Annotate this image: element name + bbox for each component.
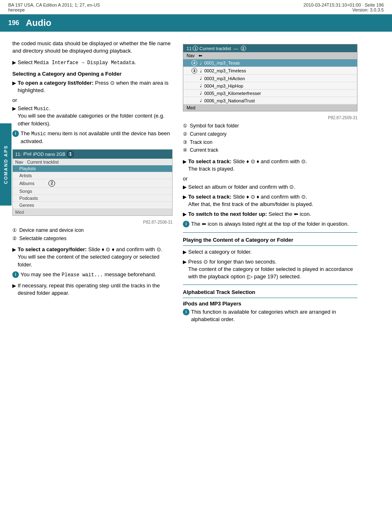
ss2-badge-3: 3 (191, 68, 197, 74)
arrow-icon-2: ▶ (12, 80, 16, 87)
ss1-caption: P82.87-2508-31 (12, 220, 173, 224)
ss2-time: 11: (187, 46, 193, 51)
page-number: 196 (8, 19, 19, 27)
ss2-track-1: 4 ♩ 0001_mp3_Texas (183, 59, 357, 67)
intro-text: the coded music data should be displayed… (12, 40, 173, 55)
ss2-track-6: ♩ 0006_mp3_NationalTrust (183, 97, 357, 104)
info-icon-r2: i (183, 309, 189, 315)
legend-item-r3: ③ Track icon (183, 139, 357, 146)
select-category-text: To select a category/folder: Slide ♦ ⊙ ♦… (18, 246, 173, 268)
section3-sub-heading: iPods and MP3 Players (183, 301, 357, 307)
legend-item-1: ① Device name and device icon (12, 227, 173, 234)
legend-item-r4: ④ Current track (183, 147, 357, 154)
ss2-track-4-label: 0004_mp3_HipHop (204, 83, 243, 88)
ss2-badge-2: 2 (241, 46, 246, 51)
ss2-track-2: 3 ♩ 0002_mp3_Timeless (183, 67, 357, 75)
info-block-1: i The Music menu item is not available u… (12, 130, 173, 145)
ss1-row-playlists: Playlists (13, 165, 172, 172)
info-text-r1: The ⬅ icon is always listed right at the… (191, 220, 349, 228)
divider-2 (183, 245, 357, 246)
select-track-2-text: To select a track: Slide ♦ ⊙ ♦ and confi… (188, 193, 313, 208)
ss1-header: 11: iPod iPOD nano 2GB 1 (13, 150, 172, 159)
ss2-badge-4: 4 (191, 60, 197, 66)
doc-header: BA 197 USA, CA Edition A 2011; 1; 27, en… (0, 0, 392, 14)
note-icon-3: ♩ (200, 76, 202, 81)
switch-folder-instruction: ▶ To switch to the next folder up: Selec… (183, 210, 357, 218)
info-block-r1: i The ⬅ icon is always listed right at t… (183, 220, 357, 228)
select-album-instruction: ▶ Select an album or folder and confirm … (183, 183, 357, 191)
ss1-device-name: iPOD nano 2GB (33, 152, 65, 157)
divider-4 (183, 298, 357, 298)
arrow-icon-5: ▶ (12, 282, 16, 289)
select-category-instruction: ▶ To select a category/folder: Slide ♦ ⊙… (12, 246, 173, 268)
ss2-track-4: ♩ 0004_mp3_HipHop (183, 82, 357, 90)
select-album-text: Select an album or folder and confirm wi… (188, 183, 295, 191)
repeat-text: If necessary, repeat this operating step… (18, 282, 173, 297)
ss1-header-text: 11: (15, 152, 21, 157)
playing-step-1-text: Select a category or folder. (188, 248, 252, 256)
ss1-nav-row: Nav Current tracklist (13, 159, 172, 165)
legend-text-r4: Current track (190, 147, 218, 154)
header-right-line1: 2010-03-24T15:31:10+01:00 · Seite 196 (304, 2, 384, 7)
side-label: COMAND APS (3, 145, 8, 184)
ss2-nav-row: Nav ⬅ (183, 52, 357, 59)
legend-num-2: ② (12, 235, 17, 242)
repeat-instruction: ▶ If necessary, repeat this operating st… (12, 282, 173, 297)
note-icon-6: ♩ (200, 98, 202, 103)
legend-text-2: Selectable categories (19, 235, 67, 242)
header-left-line1: BA 197 USA, CA Edition A 2011; 1; 27, en… (8, 2, 100, 7)
info-text-r2: This function is available for categorie… (191, 308, 357, 323)
divider-1 (183, 232, 357, 233)
arrow-icon-r3: ▶ (183, 194, 187, 201)
info-icon-2: i (12, 271, 19, 278)
info-icon-r1: i (183, 221, 189, 227)
section-heading-alpha: Alphabetical Track Selection (183, 289, 357, 295)
select-music-text: Select Music.You will see the available … (18, 105, 173, 127)
ss2-badge-1: 1 (193, 46, 198, 51)
arrow-icon-3: ▶ (12, 105, 16, 112)
arrow-icon-r2: ▶ (183, 184, 187, 191)
or-separator-1: or (12, 97, 173, 103)
ss1-row-artists: Artists (13, 172, 172, 179)
legend-num-r4: ④ (183, 147, 187, 154)
section-heading-playing: Playing the Content of a Category or Fol… (183, 237, 357, 243)
arrow-icon-r4: ▶ (183, 211, 187, 218)
playing-step-2-text: Press ⊙ for longer than two seconds.The … (188, 258, 357, 281)
ss1-badge-1: 1 (67, 151, 74, 157)
open-category-text: To open a category list/folder: Press ⊙ … (18, 79, 173, 94)
legend-2: ① Symbol for back folder ② Current categ… (183, 123, 357, 154)
playing-step-2: ▶ Press ⊙ for longer than two seconds.Th… (183, 258, 357, 281)
legend-item-r2: ② Current category (183, 131, 357, 138)
ss2-track-3-label: 0003_mp3_HiAction (204, 76, 245, 81)
legend-num-1: ① (12, 227, 17, 234)
legend-num-r1: ① (183, 123, 187, 130)
open-category-instruction: ▶ To open a category list/folder: Press … (12, 79, 173, 94)
ss1-row-genres: Genres (13, 202, 172, 209)
header-left-line2: hereepe (8, 7, 100, 12)
info-text-2: You may see the Please wait... message b… (21, 271, 156, 279)
ss2-track-5-label: 0005_mp3_Kilometerfresser (204, 91, 261, 96)
arrow-icon: ▶ (12, 59, 16, 66)
legend-text-r2: Current category (190, 131, 226, 138)
or-separator-2: or (183, 176, 357, 182)
select-track-1-text: To select a track: Slide ♦ ⊙ ♦ and confi… (188, 158, 307, 173)
ss1-row-podcasts: Podcasts (13, 195, 172, 202)
page-title: Audio (26, 18, 51, 28)
arrow-icon-4: ▶ (12, 246, 16, 253)
legend-num-r3: ③ (183, 139, 187, 146)
header-right: 2010-03-24T15:31:10+01:00 · Seite 196 Ve… (304, 2, 384, 12)
section-heading-category: Selecting a Category and Opening a Folde… (12, 71, 173, 77)
select-music-instruction: ▶ Select Music.You will see the availabl… (12, 105, 173, 127)
legend-text-1: Device name and device icon (19, 227, 84, 234)
ss2-track-6-label: 0006_mp3_NationalTrust (204, 98, 255, 103)
ss2-track-3: ♩ 0003_mp3_HiAction (183, 75, 357, 82)
note-icon-2: ♩ (200, 68, 202, 74)
ss1-row-songs: Songs (13, 188, 172, 195)
ss2-category: Current tracklist — (198, 46, 240, 51)
info-block-r2: i This function is available for categor… (183, 308, 357, 323)
left-column: the coded music data should be displayed… (12, 40, 173, 327)
screenshot-1: 11: iPod iPOD nano 2GB 1 Nav Current tra… (12, 149, 173, 216)
screenshot-2: 11: 1 Current tracklist — 2 Nav ⬅ 4 ♩ 00… (183, 44, 357, 111)
legend-item-r1: ① Symbol for back folder (183, 123, 357, 130)
header-left: BA 197 USA, CA Edition A 2011; 1; 27, en… (8, 2, 100, 12)
